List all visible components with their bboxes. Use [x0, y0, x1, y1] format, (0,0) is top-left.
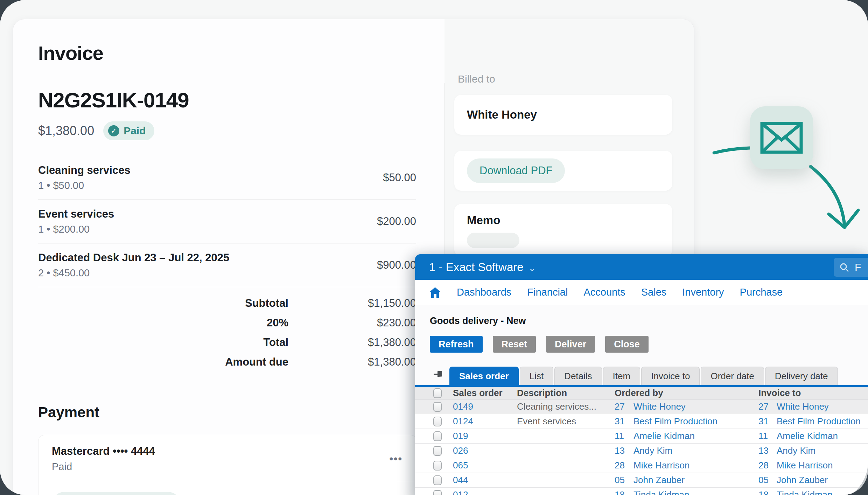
cell-description: Cleaning services... [517, 401, 615, 412]
table-row[interactable]: 065 28 Mike Harrison 28 Mike Harrison [415, 458, 868, 473]
row-checkbox[interactable] [433, 431, 442, 441]
tab-sales-order[interactable]: Sales order [449, 367, 519, 385]
cell-ordered-by[interactable]: Amelie Kidman [634, 431, 758, 441]
invoice-amount: $1,380.00 [38, 123, 94, 138]
cell-ordered-by-num[interactable]: 31 [615, 416, 634, 427]
cell-ordered-by-num[interactable]: 28 [615, 460, 634, 471]
cell-ordered-by[interactable]: Andy Kim [634, 445, 758, 456]
chevron-down-icon[interactable]: ⌄ [528, 263, 536, 274]
erp-action-buttons: Refresh Reset Deliver Close [430, 336, 868, 353]
row-checkbox[interactable] [433, 446, 442, 456]
email-icon-tile [750, 106, 813, 169]
home-icon[interactable] [429, 287, 441, 298]
nav-item-inventory[interactable]: Inventory [682, 287, 724, 298]
invoice-main-column: Invoice N2G2S1IK-0149 $1,380.00 ✓ Paid C… [38, 19, 416, 495]
cell-sales-order[interactable]: 044 [453, 475, 517, 486]
row-checkbox[interactable] [433, 417, 442, 426]
arrow-head-icon [829, 210, 858, 227]
erp-window-title[interactable]: 1 - Exact Software [429, 261, 524, 274]
total-row: 20% $230.00 [38, 313, 416, 333]
total-label: Subtotal [245, 297, 288, 310]
total-label: Amount due [225, 356, 288, 368]
cell-sales-order[interactable]: 0149 [453, 401, 517, 412]
invoice-number: N2G2S1IK-0149 [38, 88, 416, 112]
cell-ordered-by-num[interactable]: 11 [615, 431, 634, 441]
billed-to-name: White Honey [467, 108, 537, 121]
download-pdf-button[interactable]: Download PDF [467, 158, 565, 183]
cell-invoice-to[interactable]: Amelie Kidman [777, 431, 868, 441]
table-row[interactable]: 0124 Event services 31 Best Film Product… [415, 414, 868, 429]
cell-invoice-to-num[interactable]: 31 [758, 416, 777, 427]
cell-invoice-to[interactable]: Andy Kim [777, 445, 868, 456]
nav-item-sales[interactable]: Sales [641, 287, 667, 298]
line-item-price: $200.00 [377, 215, 416, 228]
cell-description: Event services [517, 416, 615, 427]
row-checkbox[interactable] [433, 461, 442, 471]
row-checkbox[interactable] [433, 475, 442, 485]
nav-item-dashboards[interactable]: Dashboards [457, 287, 511, 298]
table-row[interactable]: 012 18 Tinda Kidman 18 Tinda Kidman [415, 488, 868, 495]
table-row[interactable]: 044 05 John Zauber 05 John Zauber [415, 473, 868, 488]
table-row[interactable]: 019 11 Amelie Kidman 11 Amelie Kidman [415, 429, 868, 444]
cell-sales-order[interactable]: 065 [453, 460, 517, 471]
pin-icon[interactable] [433, 370, 444, 380]
total-row: Amount due $1,380.00 [38, 352, 416, 372]
cell-invoice-to[interactable]: John Zauber [777, 475, 868, 486]
cell-invoice-to[interactable]: Mike Harrison [777, 460, 868, 471]
cell-invoice-to-num[interactable]: 11 [758, 431, 777, 441]
cell-sales-order[interactable]: 026 [453, 445, 517, 456]
sales-orders-table: Sales order Description Ordered by Invoi… [415, 387, 868, 495]
tab-delivery-date[interactable]: Delivery date [765, 367, 838, 385]
close-button[interactable]: Close [605, 336, 649, 353]
total-value: $1,380.00 [288, 336, 416, 349]
tab-details[interactable]: Details [554, 367, 602, 385]
cell-invoice-to-num[interactable]: 28 [758, 460, 777, 471]
table-row[interactable]: 0149 Cleaning services... 27 White Honey… [415, 399, 868, 414]
download-receipt-button[interactable]: Download receipt PDF [52, 492, 181, 495]
cell-sales-order[interactable]: 0124 [453, 416, 517, 427]
row-checkbox[interactable] [433, 402, 442, 412]
cell-ordered-by-num[interactable]: 05 [615, 475, 634, 486]
select-all-checkbox[interactable] [433, 388, 442, 398]
billed-to-card: White Honey [454, 95, 672, 135]
memo-card: Memo [454, 204, 672, 256]
cell-ordered-by-num[interactable]: 13 [615, 445, 634, 456]
cell-invoice-to[interactable]: Best Film Production [777, 416, 868, 427]
nav-item-accounts[interactable]: Accounts [583, 287, 625, 298]
cell-ordered-by-num[interactable]: 27 [615, 401, 634, 412]
cell-sales-order[interactable]: 012 [453, 489, 517, 495]
col-header-description: Description [517, 388, 615, 398]
erp-search-box[interactable]: F [834, 258, 868, 277]
refresh-button[interactable]: Refresh [430, 336, 483, 353]
ellipsis-menu-icon[interactable]: ••• [389, 453, 402, 465]
cell-invoice-to[interactable]: White Honey [777, 401, 868, 412]
cell-ordered-by[interactable]: John Zauber [634, 475, 758, 486]
cell-ordered-by[interactable]: White Honey [634, 401, 758, 412]
cell-invoice-to-num[interactable]: 05 [758, 475, 777, 486]
cell-ordered-by[interactable]: Mike Harrison [634, 460, 758, 471]
nav-item-purchase[interactable]: Purchase [740, 287, 783, 298]
erp-tabs: Sales order List Details Item Invoice to… [415, 367, 868, 385]
tab-item[interactable]: Item [603, 367, 640, 385]
cell-invoice-to-num[interactable]: 27 [758, 401, 777, 412]
tab-order-date[interactable]: Order date [701, 367, 764, 385]
nav-item-financial[interactable]: Financial [527, 287, 568, 298]
payment-status: Paid [52, 461, 155, 473]
row-checkbox[interactable] [433, 490, 442, 495]
cell-invoice-to-num[interactable]: 18 [758, 489, 777, 495]
cell-invoice-to-num[interactable]: 13 [758, 445, 777, 456]
cell-ordered-by-num[interactable]: 18 [615, 489, 634, 495]
reset-button[interactable]: Reset [493, 336, 536, 353]
line-item-detail: 1 • $200.00 [38, 224, 114, 235]
line-item-price: $900.00 [377, 259, 416, 271]
cell-ordered-by[interactable]: Tinda Kidman [634, 489, 758, 495]
check-icon: ✓ [108, 125, 119, 136]
table-row[interactable]: 026 13 Andy Kim 13 Andy Kim [415, 444, 868, 458]
tab-invoice-to[interactable]: Invoice to [641, 367, 700, 385]
deliver-button[interactable]: Deliver [546, 336, 595, 353]
cell-sales-order[interactable]: 019 [453, 431, 517, 441]
status-badge: ✓ Paid [103, 121, 154, 140]
cell-invoice-to[interactable]: Tinda Kidman [777, 489, 868, 495]
cell-ordered-by[interactable]: Best Film Production [634, 416, 758, 427]
tab-list[interactable]: List [520, 367, 553, 385]
